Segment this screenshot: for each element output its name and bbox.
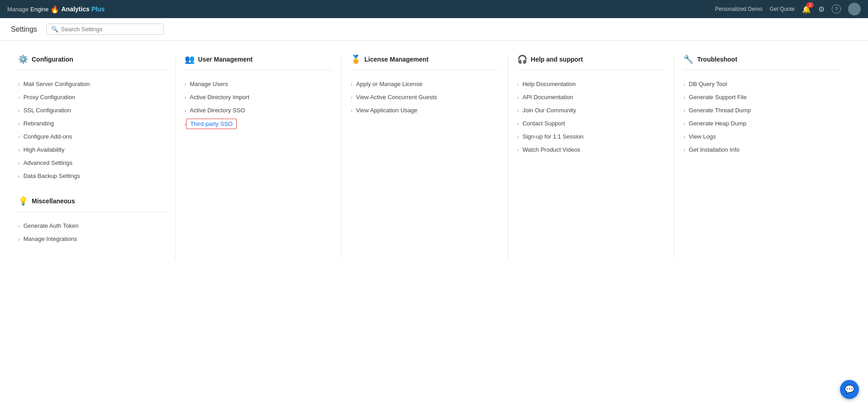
list-item[interactable]: ›Manage Integrations (18, 232, 166, 245)
avatar[interactable] (848, 3, 861, 15)
help-support-icon: 🎧 (517, 54, 527, 64)
arrow-icon: › (185, 95, 186, 100)
search-input[interactable] (61, 26, 159, 33)
arrow-icon: › (18, 147, 20, 153)
configuration-icon: ⚙️ (18, 54, 28, 64)
arrow-icon: › (18, 160, 20, 166)
main-content: ⚙️ Configuration ›Mail Server Configurat… (0, 41, 868, 408)
list-item[interactable]: ›Generate Thread Dump (683, 104, 841, 117)
arrow-icon: › (18, 134, 20, 139)
misc-title: Miscellaneous (32, 197, 75, 205)
list-item[interactable]: ›Generate Heap Dump (683, 117, 841, 130)
configuration-items: ›Mail Server Configuration ›Proxy Config… (18, 77, 166, 182)
settings-grid: ⚙️ Configuration ›Mail Server Configurat… (18, 54, 850, 259)
section-header-troubleshoot: 🔧 Troubleshoot (683, 54, 841, 70)
get-quote-link[interactable]: Get Quote (770, 6, 795, 12)
list-item[interactable]: ›API Documentation (517, 91, 665, 104)
brand-logo: ManageEngine 🔥 Analytics Plus (7, 5, 105, 14)
section-troubleshoot: 🔧 Troubleshoot ›DB Query Tool ›Generate … (683, 54, 850, 259)
list-item[interactable]: ›Configure Add-ons (18, 130, 166, 143)
misc-icon: 💡 (18, 196, 28, 206)
list-item[interactable]: ›Advanced Settings (18, 156, 166, 169)
notification-bell[interactable]: 🔔 2 (802, 5, 811, 14)
arrow-icon: › (517, 108, 519, 113)
notification-badge: 2 (806, 2, 814, 8)
header-bar: Settings 🔍 (0, 18, 868, 41)
arrow-icon: › (18, 173, 20, 179)
list-item[interactable]: ›Apply or Manage License (351, 77, 499, 91)
arrow-icon: › (18, 108, 20, 113)
list-item[interactable]: ›SSL Configuration (18, 104, 166, 117)
arrow-icon: › (683, 134, 685, 139)
arrow-icon: › (517, 147, 519, 153)
navbar-right: Personalized Demo Get Quote 🔔 2 ⚙ ? (715, 3, 861, 15)
arrow-icon: › (185, 82, 186, 87)
chat-button[interactable]: 💬 (840, 380, 859, 399)
section-header-user-mgmt: 👥 User Management (185, 54, 333, 70)
list-item[interactable]: ›View Logs (683, 130, 841, 143)
list-item[interactable]: ›Join Our Community (517, 104, 665, 117)
list-item[interactable]: ›View Application Usage (351, 104, 499, 117)
arrow-icon: › (18, 236, 20, 242)
list-item[interactable]: ›View Active Concurrent Guests (351, 91, 499, 104)
list-item[interactable]: ›Active Directory SSO (185, 104, 333, 117)
arrow-icon: › (517, 134, 519, 139)
troubleshoot-title: Troubleshoot (697, 56, 737, 63)
list-item[interactable]: ›Data Backup Settings (18, 169, 166, 182)
section-miscellaneous: 💡 Miscellaneous ›Generate Auth Token ›Ma… (18, 196, 166, 245)
section-header-misc: 💡 Miscellaneous (18, 196, 166, 212)
list-item[interactable]: ›Rebranding (18, 117, 166, 130)
personalized-demo-link[interactable]: Personalized Demo (715, 6, 763, 12)
arrow-icon: › (351, 108, 353, 113)
list-item[interactable]: ›Proxy Configuration (18, 91, 166, 104)
help-title: Help and support (531, 56, 583, 63)
third-party-sso-link[interactable]: Third-party SSO (186, 119, 237, 129)
section-header-help: 🎧 Help and support (517, 54, 665, 70)
list-item[interactable]: ›Get Installation Info (683, 143, 841, 156)
list-item[interactable]: ›Watch Product Videos (517, 143, 665, 156)
chat-icon: 💬 (844, 384, 854, 394)
arrow-icon: › (18, 223, 20, 229)
list-item[interactable]: ›Active Directory Import (185, 91, 333, 104)
search-box: 🔍 (46, 24, 164, 35)
arrow-icon: › (18, 82, 20, 87)
brand-engine-text: Engine (30, 6, 48, 13)
user-mgmt-title: User Management (198, 56, 253, 63)
arrow-icon: › (517, 82, 519, 87)
troubleshoot-icon: 🔧 (683, 54, 693, 64)
brand-plus-text: Plus (91, 5, 105, 13)
list-item[interactable]: ›Generate Support File (683, 91, 841, 104)
user-mgmt-items: ›Manage Users ›Active Directory Import ›… (185, 77, 333, 131)
section-help-support: 🎧 Help and support ›Help Documentation ›… (517, 54, 675, 259)
settings-gear-icon[interactable]: ⚙ (818, 5, 825, 14)
arrow-icon: › (683, 121, 685, 126)
section-license-management: 🏅 License Management ›Apply or Manage Li… (351, 54, 508, 259)
troubleshoot-items: ›DB Query Tool ›Generate Support File ›G… (683, 77, 841, 156)
search-icon: 🔍 (51, 26, 58, 33)
list-item[interactable]: ›Sign-up for 1:1 Session (517, 130, 665, 143)
section-configuration: ⚙️ Configuration ›Mail Server Configurat… (18, 54, 176, 259)
navbar: ManageEngine 🔥 Analytics Plus Personaliz… (0, 0, 868, 18)
list-item[interactable]: ›Help Documentation (517, 77, 665, 91)
third-party-sso-item[interactable]: › Third-party SSO (185, 117, 333, 131)
list-item[interactable]: ›DB Query Tool (683, 77, 841, 91)
help-icon[interactable]: ? (832, 5, 841, 14)
arrow-icon: › (683, 82, 685, 87)
misc-items: ›Generate Auth Token ›Manage Integration… (18, 219, 166, 245)
list-item[interactable]: ›Mail Server Configuration (18, 77, 166, 91)
section-header-license: 🏅 License Management (351, 54, 499, 70)
list-item[interactable]: ›Generate Auth Token (18, 219, 166, 232)
arrow-icon: › (517, 121, 519, 126)
list-item[interactable]: ›High Availability (18, 143, 166, 156)
list-item[interactable]: ›Contact Support (517, 117, 665, 130)
arrow-icon: › (351, 95, 353, 100)
license-icon: 🏅 (351, 54, 361, 64)
license-title: License Management (364, 56, 429, 63)
arrow-icon: › (683, 95, 685, 100)
arrow-icon: › (18, 121, 20, 126)
arrow-icon: › (351, 82, 353, 87)
list-item[interactable]: ›Manage Users (185, 77, 333, 91)
license-items: ›Apply or Manage License ›View Active Co… (351, 77, 499, 117)
brand-manage-text: Manage (7, 6, 29, 13)
arrow-icon: › (683, 147, 685, 153)
